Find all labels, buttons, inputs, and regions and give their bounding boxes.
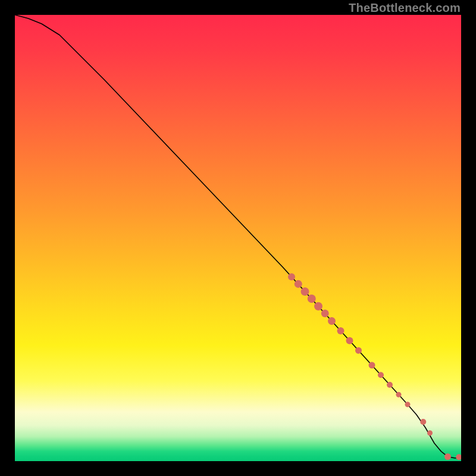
data-point — [308, 295, 316, 303]
data-point — [427, 430, 433, 436]
data-point — [346, 337, 353, 345]
plot-area — [15, 15, 461, 461]
data-point — [295, 280, 302, 288]
data-point — [444, 453, 451, 460]
data-point — [387, 382, 393, 388]
bottleneck-curve — [15, 15, 461, 458]
data-point — [405, 402, 411, 407]
data-point — [314, 302, 322, 311]
data-point — [321, 309, 329, 317]
data-point — [301, 287, 309, 296]
data-point — [396, 392, 402, 397]
data-point — [355, 347, 362, 354]
watermark-text: TheBottleneck.com — [349, 1, 461, 15]
chart-overlay — [15, 15, 461, 461]
data-point — [369, 362, 375, 368]
data-point — [288, 273, 295, 280]
chart-stage: TheBottleneck.com — [0, 0, 476, 476]
data-point — [328, 317, 336, 325]
data-points — [288, 273, 461, 460]
data-point — [420, 419, 426, 425]
data-point — [378, 372, 384, 378]
data-point — [456, 454, 461, 460]
data-point — [337, 327, 345, 334]
